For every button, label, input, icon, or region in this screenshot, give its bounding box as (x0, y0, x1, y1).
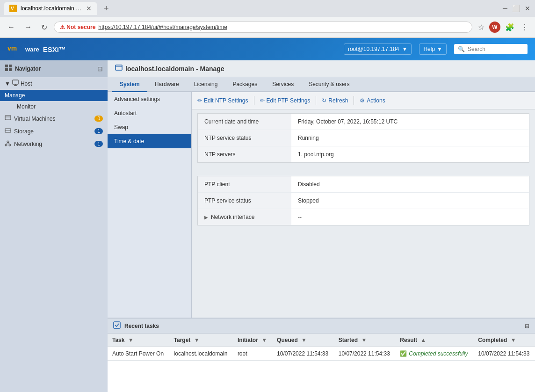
recent-tasks-checkbox-icon (113, 321, 121, 330)
manage-item-swap[interactable]: Swap (108, 120, 191, 134)
user-menu[interactable]: root@10.197.17.184 ▼ (344, 44, 412, 55)
refresh-button[interactable]: ↻ Refresh (322, 97, 348, 104)
minimize-button[interactable]: ─ (502, 4, 508, 13)
manage-toolbar: ✏ Edit NTP Settings ✏ Edit PTP Settings … (192, 92, 535, 109)
recent-tasks-panel: Recent tasks ⊟ Task ▼ Target (108, 318, 535, 392)
svg-point-16 (9, 144, 11, 146)
manage-item-timedate[interactable]: Time & date (108, 134, 191, 148)
svg-rect-5 (5, 68, 8, 71)
ptp-label-network-interface[interactable]: ▶ Network interface (198, 209, 291, 225)
recent-tasks-expand-button[interactable]: ⊟ (525, 323, 529, 329)
col-task[interactable]: Task ▼ (108, 334, 169, 347)
initiator-sort-icon: ▼ (261, 337, 267, 343)
toolbar-separator-1 (254, 96, 254, 105)
svg-rect-7 (13, 80, 18, 84)
tab-security-users[interactable]: Security & users (301, 77, 357, 92)
cell-completed: 10/07/2022 11:54:33 (473, 347, 535, 361)
col-started[interactable]: Started ▼ (334, 334, 396, 347)
tabs-bar: System Hardware Licensing Packages Servi… (108, 77, 535, 92)
close-window-button[interactable]: ✕ (524, 4, 531, 13)
svg-rect-3 (5, 65, 8, 67)
tab-title: localhost.localdomain - VMware (21, 5, 82, 12)
ptp-row-network-interface: ▶ Network interface -- (198, 209, 529, 225)
tab-packages[interactable]: Packages (225, 77, 265, 92)
manage-item-advanced[interactable]: Advanced settings (108, 92, 191, 106)
actions-button[interactable]: ⚙ Actions (360, 97, 385, 104)
help-label: Help (423, 46, 435, 52)
tab-licensing[interactable]: Licensing (187, 77, 225, 92)
cell-task: Auto Start Power On (108, 347, 169, 361)
navigator-grid-icon (5, 64, 12, 73)
col-target[interactable]: Target ▼ (169, 334, 233, 347)
search-icon: 🔍 (458, 46, 465, 52)
ptp-value-network-interface: -- (291, 209, 529, 225)
host-tree-header[interactable]: ▼ Host (0, 77, 108, 90)
extensions-button[interactable]: 🧩 (503, 21, 516, 34)
sidebar-item-storage[interactable]: Storage 1 (0, 125, 108, 138)
svg-text:vm: vm (7, 44, 17, 52)
close-tab-button[interactable]: ✕ (86, 5, 92, 12)
back-button[interactable]: ← (5, 21, 18, 33)
sidebar-item-networking[interactable]: Networking 1 (0, 138, 108, 150)
manage-content: ✏ Edit NTP Settings ✏ Edit PTP Settings … (192, 92, 535, 318)
global-search[interactable]: 🔍 (454, 44, 528, 54)
sidebar-item-manage[interactable]: Manage (0, 90, 108, 101)
search-input[interactable] (468, 46, 524, 52)
bookmark-button[interactable]: ☆ (476, 21, 486, 34)
edit-ptp-icon: ✏ (260, 97, 265, 104)
tab-favicon: V (9, 5, 17, 12)
user-label: root@10.197.17.184 (348, 46, 399, 52)
help-menu[interactable]: Help ▼ (419, 44, 447, 55)
user-dropdown-icon: ▼ (402, 46, 408, 52)
restore-button[interactable]: ⬜ (511, 4, 521, 13)
svg-rect-10 (5, 116, 11, 120)
reload-button[interactable]: ↻ (38, 21, 50, 34)
networking-label: Networking (14, 141, 42, 147)
manage-sidebar: Advanced settings Autostart Swap Time & … (108, 92, 192, 318)
ptp-info-panel: PTP client Disabled PTP service status S… (197, 176, 529, 225)
svg-rect-6 (9, 68, 12, 71)
monitor-label: Monitor (17, 103, 36, 110)
edit-ntp-button[interactable]: ✏ Edit NTP Settings (197, 97, 248, 104)
tab-system[interactable]: System (112, 77, 147, 92)
ntp-value-datetime: Friday, October 07, 2022, 16:55:12 UTC (291, 114, 529, 130)
col-queued[interactable]: Queued ▼ (272, 334, 334, 347)
cell-result: ✅ Completed successfully (395, 347, 473, 361)
ptp-row-service-status: PTP service status Stopped (198, 193, 529, 209)
sidebar-item-vms[interactable]: Virtual Machines 0 (0, 112, 108, 125)
network-interface-text: Network interface (211, 214, 254, 220)
address-bar[interactable]: ⚠ Not secure https://10.197.17.184/ui/#/… (54, 22, 472, 33)
ntp-info-panel: Current date and time Friday, October 07… (197, 113, 529, 163)
esxi-text: ESXi™ (43, 45, 66, 53)
status-badge: ✅ Completed successfully (400, 350, 469, 357)
content-header-icon (115, 64, 123, 73)
content-header-title: localhost.localdomain - Manage (125, 65, 224, 73)
col-initiator[interactable]: Initiator ▼ (233, 334, 272, 347)
edit-ntp-label: Edit NTP Settings (204, 97, 248, 104)
sidebar: Navigator ⊟ ▼ Host Manage Monitor (0, 60, 108, 392)
tab-services[interactable]: Services (265, 77, 301, 92)
cell-started: 10/07/2022 11:54:33 (334, 347, 396, 361)
edit-ptp-button[interactable]: ✏ Edit PTP Settings (260, 97, 311, 104)
security-warning: ⚠ Not secure (60, 24, 95, 30)
cell-target: localhost.localdomain (169, 347, 233, 361)
ntp-row-servers: NTP servers 1. pool.ntp.org (198, 146, 529, 162)
tab-hardware[interactable]: Hardware (147, 77, 187, 92)
content-area: localhost.localdomain - Manage System Ha… (108, 60, 535, 392)
vm-label: Virtual Machines (14, 116, 56, 122)
forward-button[interactable]: → (22, 21, 35, 33)
sidebar-collapse-button[interactable]: ⊟ (97, 65, 103, 73)
ntp-label-datetime: Current date and time (198, 114, 291, 130)
col-completed[interactable]: Completed ▼ (473, 334, 535, 347)
new-tab-button[interactable]: + (101, 3, 112, 15)
toolbar-separator-2 (316, 96, 316, 105)
result-sort-icon: ▲ (420, 337, 426, 343)
svg-point-14 (7, 141, 9, 143)
content-header: localhost.localdomain - Manage (108, 60, 535, 77)
col-result[interactable]: Result ▲ (395, 334, 473, 347)
browser-tab[interactable]: V localhost.localdomain - VMware ✕ (4, 2, 97, 15)
menu-button[interactable]: ⋮ (519, 21, 530, 34)
manage-item-autostart[interactable]: Autostart (108, 106, 191, 120)
sidebar-item-monitor[interactable]: Monitor (0, 101, 108, 112)
profile-button[interactable]: W (489, 22, 500, 33)
